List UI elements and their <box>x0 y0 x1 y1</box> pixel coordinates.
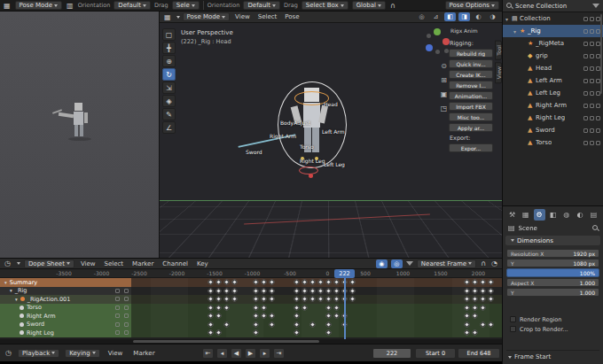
outliner-item-left-leg[interactable]: ▲Left Leg <box>503 87 603 99</box>
gizmo-axis-dot[interactable] <box>427 34 431 38</box>
proportional-edit-icon[interactable]: ◔ <box>490 259 498 267</box>
channel-label[interactable]: Right Arm <box>0 312 131 321</box>
solid-shading-icon[interactable]: ◐ <box>473 12 484 21</box>
viewport-canvas[interactable]: User Perspective (222) _Rig : Head ▢╋⊕↻⇲… <box>160 23 502 258</box>
select-box-tool-icon[interactable]: ▢ <box>162 28 176 41</box>
screen-icon[interactable] <box>590 91 594 96</box>
frame-end-field[interactable]: End 648 <box>458 348 500 359</box>
tool-settings-icon[interactable]: ▥ <box>66 2 74 10</box>
screen-icon[interactable] <box>590 128 594 133</box>
screen-icon[interactable] <box>590 42 594 46</box>
root-control-dot[interactable] <box>309 174 313 178</box>
outliner-item-sword[interactable]: ▲Sword <box>503 124 603 136</box>
lock-icon[interactable] <box>124 322 129 327</box>
menu-channel[interactable]: Channel <box>160 260 191 267</box>
search-icon[interactable] <box>506 3 513 9</box>
editor-mode-dropdown[interactable]: Dope Sheet <box>24 259 74 268</box>
outliner-item-head[interactable]: ▲Head <box>503 62 603 74</box>
screen-icon[interactable] <box>590 29 594 34</box>
camera-icon[interactable] <box>596 104 600 108</box>
field-y[interactable]: Y1080 px <box>506 259 599 267</box>
field-100[interactable]: 100% <box>506 268 599 277</box>
orientation-dropdown[interactable]: Default <box>114 1 151 10</box>
sidebar-tab-tool[interactable]: Tool <box>495 41 502 60</box>
camera-icon[interactable] <box>596 128 600 133</box>
cursor-tool-icon[interactable]: ╋ <box>162 42 176 54</box>
checkbox-icon[interactable] <box>583 54 588 58</box>
timeline-ruler[interactable]: -3500-3000-2500-2000-1500-1000-500050010… <box>0 269 502 278</box>
panel-button-misc-too[interactable]: Misc too... <box>449 112 493 121</box>
checkbox-icon[interactable] <box>583 42 588 46</box>
field-resolution-x[interactable]: Resolution X1920 px <box>506 249 599 258</box>
checkbox-icon[interactable] <box>583 17 588 21</box>
camera-icon[interactable] <box>596 141 600 145</box>
disclosure-arrow-icon[interactable]: ▾ <box>10 288 12 293</box>
frame-start-row[interactable]: Frame Start <box>506 350 599 360</box>
pivot-dropdown[interactable]: Global <box>352 1 386 10</box>
camera-icon[interactable] <box>596 116 600 120</box>
play-reverse-button[interactable]: ◀ <box>231 348 242 359</box>
render-tab-icon[interactable]: ▦ <box>520 209 531 221</box>
object-tab-icon[interactable]: ▤ <box>588 209 599 221</box>
only-selected-toggle-icon[interactable]: ◉ <box>376 259 388 268</box>
sidebar-tab-view[interactable]: View <box>495 62 502 83</box>
outliner-item-rig[interactable]: ▾★_Rig <box>503 25 603 37</box>
checkbox-icon[interactable] <box>510 316 516 322</box>
gizmo-z-axis[interactable] <box>426 44 433 51</box>
panel-button-import-fbx[interactable]: Import FBX <box>449 102 493 111</box>
channel-label[interactable]: Sword <box>0 321 131 329</box>
annotate-tool-icon[interactable]: ✎ <box>162 108 176 120</box>
menu-keying[interactable]: Keying <box>65 349 100 358</box>
transform-tool-icon[interactable]: ◈ <box>162 95 176 107</box>
outliner-item-right-arm[interactable]: ▲Right Arm <box>503 99 603 112</box>
panel-button-apply-ar[interactable]: Apply ar... <box>449 123 493 132</box>
rotate-tool-icon[interactable]: ↻ <box>162 68 176 81</box>
screen-icon[interactable] <box>590 116 594 120</box>
gizmo-y-axis[interactable] <box>434 28 441 35</box>
checkbox-icon[interactable] <box>583 29 588 34</box>
outliner-item-rigmeta[interactable]: ★_RigMeta <box>503 37 603 50</box>
outliner-item-torso[interactable]: ▲Torso <box>503 136 603 149</box>
panel-button-animation[interactable]: Animation... <box>449 91 493 100</box>
mute-icon[interactable] <box>115 297 120 301</box>
channel-label[interactable]: ▾_RigAction.001 <box>0 295 131 304</box>
move-tool-icon[interactable]: ⊕ <box>162 55 176 67</box>
disclosure-arrow-icon[interactable]: ▾ <box>4 280 7 285</box>
mute-icon[interactable] <box>115 289 120 293</box>
dimensions-section-header[interactable]: Dimensions <box>505 236 600 245</box>
mute-icon[interactable] <box>115 306 120 310</box>
lock-icon[interactable] <box>124 297 129 301</box>
snap-magnet-icon[interactable]: ∩ <box>389 2 396 10</box>
select-box-dropdown[interactable]: Select Box <box>302 1 348 10</box>
field-y[interactable]: Y1.000 <box>506 288 599 297</box>
tool-tab-icon[interactable]: ⚒ <box>506 209 518 221</box>
rendered-shading-icon[interactable]: ◑ <box>487 12 498 21</box>
menu-key[interactable]: Key <box>194 260 211 267</box>
menu-select[interactable]: Select <box>255 13 280 20</box>
panel-button-expor[interactable]: Expor... <box>449 143 493 152</box>
checkbox-icon[interactable] <box>583 104 588 108</box>
editor-type-icon[interactable]: ◷ <box>4 259 12 267</box>
drag-dropdown[interactable]: Sele <box>172 1 200 10</box>
editor-type-icon[interactable]: ▦ <box>3 2 12 10</box>
mute-icon[interactable] <box>115 314 120 318</box>
navigation-gizmo[interactable] <box>424 28 450 55</box>
screen-icon[interactable] <box>590 79 594 83</box>
checkbox-icon[interactable] <box>583 79 588 83</box>
screen-icon[interactable] <box>590 17 594 21</box>
checkbox-row-render-region[interactable]: Render Region <box>510 314 599 324</box>
mute-icon[interactable] <box>115 330 120 335</box>
mute-icon[interactable] <box>115 322 120 327</box>
scrollbar-handle[interactable] <box>133 340 319 343</box>
checkbox-icon[interactable] <box>510 326 516 332</box>
menu-marker[interactable]: Marker <box>129 260 156 267</box>
gizmo-axis-dot[interactable] <box>435 50 440 54</box>
play-button[interactable]: ▶ <box>245 348 256 359</box>
sidebar-active-tab[interactable]: Rigx Anim <box>450 27 478 34</box>
disclosure-arrow-icon[interactable]: ▾ <box>505 16 512 22</box>
checkbox-icon[interactable] <box>583 116 588 120</box>
editor-type-icon[interactable]: ▦ <box>163 13 172 21</box>
channel-label[interactable]: ▾_Rig <box>0 287 131 296</box>
disclosure-arrow-icon[interactable]: ▾ <box>513 28 520 35</box>
view-layer-tab-icon[interactable]: ◧ <box>547 209 559 221</box>
